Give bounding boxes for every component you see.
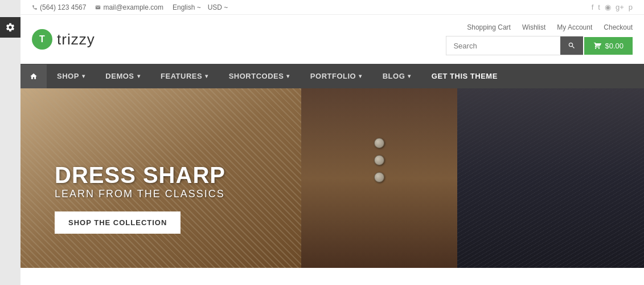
nav-portfolio[interactable]: PORTFOLIO ▾	[300, 64, 372, 88]
shortcodes-dropdown-arrow: ▾	[286, 73, 290, 79]
cart-button[interactable]: $0.00	[584, 37, 633, 55]
header-right: Shopping Cart Wishlist My Account Checko…	[446, 23, 633, 55]
blog-dropdown-arrow: ▾	[408, 73, 411, 79]
currency-selector[interactable]: USD ~	[208, 3, 228, 11]
pinterest-icon[interactable]: p	[629, 3, 633, 11]
logo-text: trizzy	[57, 31, 95, 48]
demos-dropdown-arrow: ▾	[137, 73, 141, 79]
search-input[interactable]	[446, 37, 560, 55]
top-bar: (564) 123 4567 mail@example.com English …	[20, 0, 644, 15]
hero-title: DRESS SHARP	[55, 162, 225, 188]
top-bar-left: (564) 123 4567 mail@example.com English …	[32, 3, 228, 11]
cart-amount: $0.00	[605, 42, 624, 50]
shop-collection-button[interactable]: SHOP THE COLLECTION	[55, 211, 181, 234]
facebook-icon[interactable]: f	[592, 3, 594, 11]
jacket-right	[457, 88, 645, 268]
search-box	[446, 36, 583, 55]
button-3	[374, 172, 384, 182]
social-icons: f t ◉ g+ p	[592, 3, 633, 11]
nav-features[interactable]: FEATURES ▾	[150, 64, 219, 88]
portfolio-dropdown-arrow: ▾	[359, 73, 362, 79]
hero-section: DRESS SHARP LEARN FROM THE CLASSICS SHOP…	[20, 88, 644, 268]
language-selector[interactable]: English ~	[173, 3, 201, 11]
locale-currency: English ~ USD ~	[173, 3, 228, 11]
checkout-link[interactable]: Checkout	[604, 23, 633, 31]
logo[interactable]: T trizzy	[32, 29, 95, 50]
search-cart: $0.00	[446, 36, 633, 55]
my-account-link[interactable]: My Account	[557, 23, 592, 31]
nav-get-theme[interactable]: GET THIS THEME	[421, 64, 508, 88]
hero-subtitle: LEARN FROM THE CLASSICS	[55, 188, 225, 200]
hero-content: DRESS SHARP LEARN FROM THE CLASSICS SHOP…	[55, 162, 225, 234]
settings-panel[interactable]	[0, 17, 20, 38]
nav-shortcodes[interactable]: SHORTCODES ▾	[219, 64, 300, 88]
search-button[interactable]	[560, 36, 583, 55]
wishlist-link[interactable]: Wishlist	[522, 23, 545, 31]
nav-demos[interactable]: DEMOS ▾	[95, 64, 150, 88]
button-1	[374, 138, 384, 148]
nav-blog[interactable]: BLOG ▾	[372, 64, 421, 88]
nav-shop[interactable]: SHOP ▾	[47, 64, 95, 88]
jacket-buttons	[374, 138, 384, 182]
dribbble-icon[interactable]: ◉	[605, 3, 611, 11]
header-links: Shopping Cart Wishlist My Account Checko…	[467, 23, 633, 31]
phone-number: (564) 123 4567	[32, 3, 86, 11]
shopping-cart-link[interactable]: Shopping Cart	[467, 23, 511, 31]
googleplus-icon[interactable]: g+	[616, 3, 624, 11]
features-dropdown-arrow: ▾	[205, 73, 208, 79]
header: T trizzy Shopping Cart Wishlist My Accou…	[20, 15, 644, 64]
main-wrapper: (564) 123 4567 mail@example.com English …	[20, 0, 644, 285]
shop-dropdown-arrow: ▾	[82, 73, 85, 79]
top-bar-right: f t ◉ g+ p	[592, 3, 633, 11]
logo-icon: T	[32, 29, 52, 50]
twitter-icon[interactable]: t	[598, 3, 600, 11]
email-address: mail@example.com	[95, 3, 163, 11]
navigation: SHOP ▾ DEMOS ▾ FEATURES ▾ SHORTCODES ▾ P…	[20, 64, 644, 88]
button-2	[374, 155, 384, 165]
jacket-mid	[301, 88, 457, 268]
nav-home-button[interactable]	[20, 64, 47, 88]
